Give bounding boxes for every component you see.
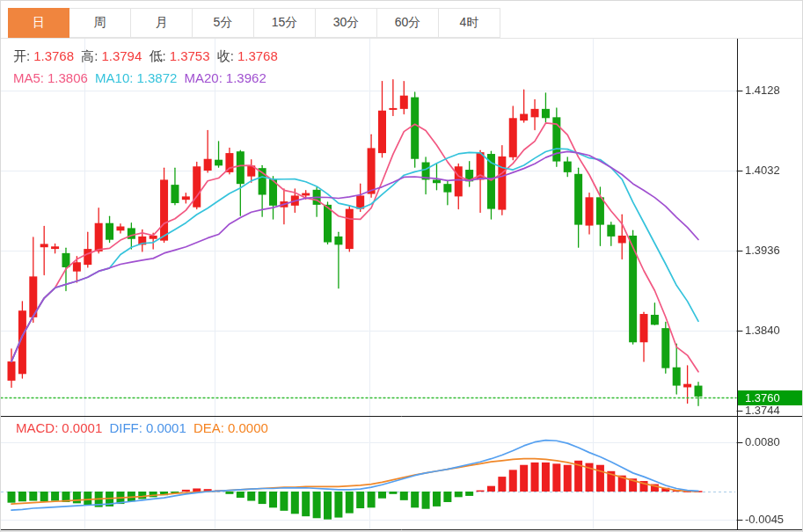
- high-label: 高:: [81, 48, 98, 63]
- tab-week[interactable]: 周: [69, 8, 131, 38]
- tab-15min[interactable]: 15分: [254, 8, 316, 38]
- ma20-label: MA20:: [185, 70, 223, 85]
- price-tick-2: 1.4032: [745, 164, 780, 177]
- ma10-value: 1.3872: [136, 70, 177, 85]
- tabbar-divider: [1, 38, 802, 39]
- macd-tick-2: -0.0045: [745, 513, 784, 526]
- tab-60min[interactable]: 60分: [377, 8, 439, 38]
- ma10-label: MA10:: [95, 70, 133, 85]
- open-value: 1.3768: [33, 48, 74, 63]
- price-tick-3: 1.3936: [745, 244, 780, 257]
- open-label: 开:: [13, 48, 30, 63]
- low-value: 1.3753: [170, 48, 210, 63]
- close-value: 1.3768: [237, 48, 278, 63]
- current-price-badge: 1.3760: [738, 390, 802, 405]
- dea-label: DEA:: [193, 420, 224, 435]
- price-tick-5: 1.3744: [745, 404, 780, 417]
- high-value: 1.3794: [101, 48, 142, 63]
- price-tick-4: 1.3840: [745, 324, 780, 337]
- tab-30min[interactable]: 30分: [316, 8, 377, 38]
- macd-tick-1: 0.0080: [745, 435, 780, 448]
- period-tabbar: 日 周 月 5分 15分 30分 60分 4时: [8, 8, 500, 38]
- tab-4hour[interactable]: 4时: [439, 8, 500, 38]
- macd-value: 0.0001: [62, 420, 102, 435]
- macd-label: MACD:: [16, 420, 58, 435]
- tab-month[interactable]: 月: [131, 8, 193, 38]
- ma5-label: MA5:: [13, 70, 44, 85]
- ma5-value: 1.3806: [47, 70, 88, 85]
- kline-chart-widget: 日 周 月 5分 15分 30分 60分 4时 开:1.3768 高:1.379…: [0, 0, 803, 532]
- macd-readout: MACD:0.0001 DIFF:0.0001 DEA:0.0000: [16, 420, 272, 435]
- ma20-value: 1.3962: [226, 70, 266, 85]
- ohlc-readout: 开:1.3768 高:1.3794 低:1.3753 收:1.3768: [13, 48, 281, 65]
- low-label: 低:: [149, 48, 165, 63]
- ma-readout: MA5:1.3806 MA10:1.3872 MA20:1.3962: [13, 70, 270, 85]
- dea-value: 0.0000: [228, 420, 268, 435]
- tab-day[interactable]: 日: [8, 8, 69, 38]
- price-tick-1: 1.4128: [745, 84, 780, 97]
- diff-value: 0.0001: [146, 420, 186, 435]
- tab-5min[interactable]: 5分: [193, 8, 254, 38]
- diff-label: DIFF:: [109, 420, 142, 435]
- close-label: 收:: [217, 48, 234, 63]
